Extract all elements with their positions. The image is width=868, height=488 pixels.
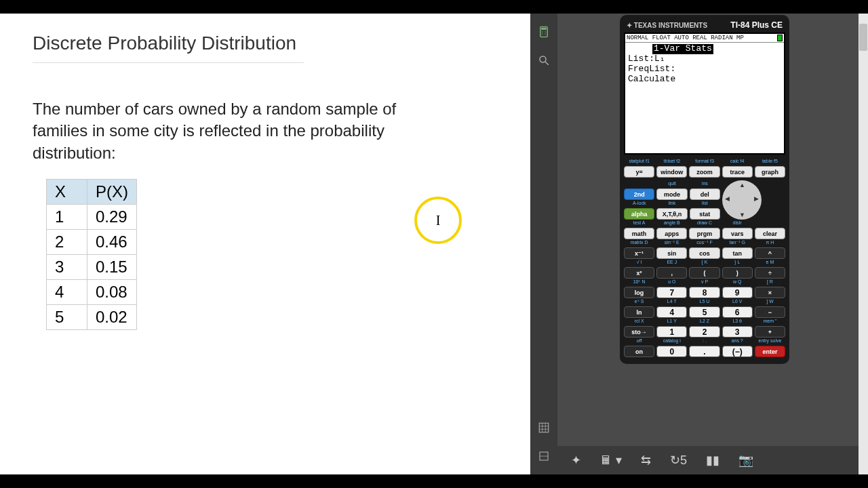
key-2[interactable]: 2 — [689, 326, 719, 338]
bottom-toolbar: ✦ 🖩 ▾ ⇆ ↻5 ▮▮ 📷 — [557, 446, 868, 474]
page-title: Discrete Probability Distribution — [33, 27, 304, 63]
key-apps[interactable]: apps — [656, 228, 687, 239]
key-plus[interactable]: + — [755, 326, 785, 338]
key-rparen[interactable]: ) — [722, 267, 753, 279]
search-icon[interactable] — [538, 54, 550, 66]
screen-line: FreqList: — [628, 64, 781, 75]
dpad-down-icon[interactable]: ▼ — [739, 211, 745, 218]
key-window[interactable]: window — [656, 166, 687, 178]
dpad-up-icon[interactable]: ▲ — [739, 182, 745, 188]
key-9[interactable]: 9 — [722, 287, 753, 298]
calc-screen: NORMAL FLOAT AUTO REAL RADIAN MP 1-Var S… — [624, 33, 785, 155]
key-math[interactable]: math — [624, 228, 654, 239]
svg-point-4 — [542, 33, 543, 35]
key-x-sq[interactable]: x² — [624, 267, 654, 279]
key-2nd[interactable]: 2nd — [624, 188, 654, 200]
col-x: X — [47, 180, 87, 205]
model-label: TI-84 Plus CE — [730, 20, 783, 30]
key-7[interactable]: 7 — [656, 287, 687, 298]
body-paragraph: The number of cars owned by a random sam… — [33, 98, 412, 164]
calculator: ✦ TEXAS INSTRUMENTS TI-84 Plus CE NORMAL… — [620, 15, 789, 364]
keypad-icon[interactable] — [538, 422, 550, 434]
screen-line: List:L₁ — [628, 54, 781, 64]
calculator-icon[interactable] — [538, 26, 550, 38]
svg-rect-8 — [539, 423, 549, 432]
key-zoom[interactable]: zoom — [689, 166, 719, 178]
key-y-equals[interactable]: y= — [624, 166, 654, 178]
key-sto[interactable]: sto→ — [624, 326, 654, 338]
key-5[interactable]: 5 — [689, 306, 719, 318]
document-pane: Discrete Probability Distribution The nu… — [0, 14, 530, 474]
table-row: 40.08 — [47, 280, 137, 305]
key-vars[interactable]: vars — [722, 228, 753, 239]
right-scrollbar[interactable] — [859, 14, 868, 474]
key-mode[interactable]: mode — [656, 188, 687, 200]
col-px: P(X) — [87, 180, 137, 205]
key-0[interactable]: 0 — [656, 346, 687, 357]
key-ln[interactable]: ln — [624, 306, 654, 318]
key-tan[interactable]: tan — [722, 247, 753, 259]
pair-icon[interactable]: ▮▮ — [706, 453, 719, 468]
screen-body: 1-Var Stats List:L₁ FreqList: Calculate — [625, 43, 784, 86]
key-x-inv[interactable]: x⁻¹ — [624, 247, 654, 259]
key-minus[interactable]: − — [755, 306, 785, 318]
calc-dropdown-icon[interactable]: 🖩 ▾ — [600, 453, 622, 468]
key-log[interactable]: log — [624, 287, 654, 298]
dpad-right-icon[interactable]: ▶ — [754, 195, 759, 202]
key-multiply[interactable]: × — [755, 287, 785, 298]
svg-line-7 — [545, 62, 549, 65]
key-comma[interactable]: , — [656, 267, 687, 279]
key-neg[interactable]: (−) — [722, 346, 753, 357]
svg-point-2 — [542, 31, 543, 33]
table-row: 50.02 — [47, 305, 137, 330]
key-alpha[interactable]: alpha — [624, 208, 654, 220]
dpad[interactable]: ▲ ▼ ◀ ▶ — [722, 180, 762, 220]
key-del[interactable]: del — [690, 188, 720, 200]
key-sin[interactable]: sin — [656, 247, 687, 259]
svg-rect-1 — [541, 28, 547, 30]
key-enter[interactable]: enter — [755, 346, 785, 357]
key-trace[interactable]: trace — [722, 166, 753, 178]
key-stat[interactable]: stat — [690, 208, 720, 220]
highlight-cursor: I — [414, 197, 462, 244]
probability-table: X P(X) 10.29 20.46 30.15 40.08 50.02 — [46, 179, 137, 330]
scrollbar-thumb[interactable] — [859, 24, 867, 51]
history-icon[interactable]: ↻5 — [670, 453, 687, 468]
battery-icon — [777, 35, 783, 41]
key-clear[interactable]: clear — [755, 228, 785, 239]
key-on[interactable]: on — [624, 346, 654, 357]
key-xtn[interactable]: X,T,θ,n — [656, 208, 687, 220]
screen-line: Calculate — [628, 75, 781, 85]
letterbox-top — [0, 0, 868, 14]
svg-point-5 — [545, 33, 547, 35]
send-icon[interactable]: ⇆ — [641, 453, 651, 468]
key-divide[interactable]: ÷ — [755, 267, 785, 279]
letterbox-bottom — [0, 474, 868, 488]
tool-sidebar — [530, 14, 557, 474]
table-header-row: X P(X) — [47, 180, 137, 205]
main-area: Discrete Probability Distribution The nu… — [0, 14, 868, 474]
key-caret[interactable]: ^ — [755, 247, 785, 259]
calculator-panel: ✦ TEXAS INSTRUMENTS TI-84 Plus CE NORMAL… — [557, 14, 868, 474]
key-8[interactable]: 8 — [689, 287, 719, 298]
svg-point-3 — [545, 31, 547, 33]
calc-header: ✦ TEXAS INSTRUMENTS TI-84 Plus CE — [624, 19, 785, 33]
key-6[interactable]: 6 — [722, 306, 753, 318]
key-graph[interactable]: graph — [755, 166, 785, 178]
table-row: 10.29 — [47, 205, 137, 230]
key-1[interactable]: 1 — [656, 326, 687, 338]
camera-icon[interactable]: 📷 — [738, 453, 753, 468]
key-prgm[interactable]: prgm — [689, 228, 719, 239]
key-dot[interactable]: . — [689, 346, 719, 357]
screen-title: 1-Var Stats — [652, 44, 713, 54]
key-4[interactable]: 4 — [656, 306, 687, 318]
settings-icon[interactable] — [538, 450, 550, 462]
svg-point-6 — [540, 56, 546, 62]
key-3[interactable]: 3 — [722, 326, 753, 338]
brand-label: ✦ TEXAS INSTRUMENTS — [627, 22, 707, 29]
key-cos[interactable]: cos — [689, 247, 719, 259]
screen-status-bar: NORMAL FLOAT AUTO REAL RADIAN MP — [625, 34, 784, 43]
key-lparen[interactable]: ( — [689, 267, 719, 279]
dpad-left-icon[interactable]: ◀ — [725, 195, 730, 202]
ti-logo-icon[interactable]: ✦ — [571, 453, 581, 468]
